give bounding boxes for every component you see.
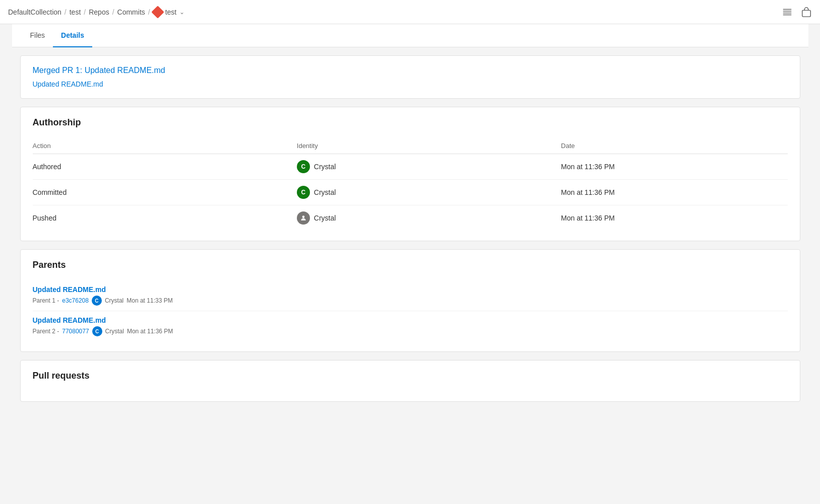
authorship-date: Mon at 11:36 PM xyxy=(561,154,787,180)
authorship-action: Committed xyxy=(33,180,297,205)
identity-name: Crystal xyxy=(314,163,336,171)
breadcrumb-commits[interactable]: Commits xyxy=(117,8,145,16)
parents-list: Updated README.mdParent 1 -e3c76208CCrys… xyxy=(33,280,788,341)
authorship-row: CommittedCCrystalMon at 11:36 PM xyxy=(33,180,788,205)
commit-title[interactable]: Merged PR 1: Updated README.md xyxy=(33,66,788,75)
parent-avatar: C xyxy=(92,326,102,336)
parent-date: Mon at 11:36 PM xyxy=(127,328,173,335)
parents-card: Parents Updated README.mdParent 1 -e3c76… xyxy=(20,249,800,352)
authorship-card: Authorship Action Identity Date Authored… xyxy=(20,107,800,241)
col-header-action: Action xyxy=(33,138,297,154)
authorship-row: PushedCrystalMon at 11:36 PM xyxy=(33,205,788,231)
parent-hash[interactable]: 77080077 xyxy=(62,328,89,335)
breadcrumb-collection[interactable]: DefaultCollection xyxy=(8,8,61,16)
parent-date: Mon at 11:33 PM xyxy=(127,297,172,304)
identity-avatar xyxy=(297,211,310,225)
pull-requests-card: Pull requests xyxy=(20,360,800,402)
parent-item: Updated README.mdParent 2 -77080077CCrys… xyxy=(33,311,788,341)
main-content: Files Details Merged PR 1: Updated READM… xyxy=(12,24,808,402)
top-bar-actions xyxy=(782,7,812,18)
authorship-identity: CCrystal xyxy=(297,154,561,180)
identity-name: Crystal xyxy=(314,188,336,196)
authorship-title: Authorship xyxy=(33,117,788,128)
identity-avatar: C xyxy=(297,186,310,199)
svg-point-5 xyxy=(302,215,304,218)
breadcrumb-sep1: / xyxy=(65,8,67,16)
repo-icon xyxy=(151,6,164,18)
list-icon[interactable] xyxy=(782,7,793,18)
breadcrumb-test1[interactable]: test xyxy=(70,8,81,16)
tab-bar: Files Details xyxy=(12,24,808,47)
pull-requests-title: Pull requests xyxy=(33,371,788,381)
top-bar: DefaultCollection / test / Repos / Commi… xyxy=(0,0,820,24)
parent-title[interactable]: Updated README.md xyxy=(33,316,788,324)
authorship-table: Action Identity Date AuthoredCCrystalMon… xyxy=(33,138,788,231)
authorship-identity: Crystal xyxy=(297,205,561,231)
identity-name: Crystal xyxy=(314,214,336,222)
tab-files[interactable]: Files xyxy=(22,24,53,47)
authorship-row: AuthoredCCrystalMon at 11:36 PM xyxy=(33,154,788,180)
breadcrumb-repo-name[interactable]: test xyxy=(165,8,177,16)
parent-title[interactable]: Updated README.md xyxy=(33,285,788,294)
commit-body[interactable]: Updated README.md xyxy=(33,80,788,88)
authorship-action: Authored xyxy=(33,154,297,180)
parent-item: Updated README.mdParent 1 -e3c76208CCrys… xyxy=(33,280,788,311)
breadcrumb: DefaultCollection / test / Repos / Commi… xyxy=(8,8,184,17)
parent-author-name: Crystal xyxy=(105,328,124,335)
col-header-identity: Identity xyxy=(297,138,561,154)
authorship-date: Mon at 11:36 PM xyxy=(561,205,787,231)
authorship-action: Pushed xyxy=(33,205,297,231)
parent-label: Parent 1 - xyxy=(33,297,59,304)
breadcrumb-sep3: / xyxy=(112,8,114,16)
authorship-identity: CCrystal xyxy=(297,180,561,205)
authorship-date: Mon at 11:36 PM xyxy=(561,180,787,205)
parent-meta: Parent 1 -e3c76208CCrystalMon at 11:33 P… xyxy=(33,296,788,306)
col-header-date: Date xyxy=(561,138,787,154)
breadcrumb-sep2: / xyxy=(84,8,86,16)
parent-author-name: Crystal xyxy=(105,297,123,304)
breadcrumb-active-repo: test ⌄ xyxy=(153,8,185,17)
parent-meta: Parent 2 -77080077CCrystalMon at 11:36 P… xyxy=(33,326,788,336)
bag-icon[interactable] xyxy=(801,7,812,18)
tab-details[interactable]: Details xyxy=(53,24,92,47)
parent-hash[interactable]: e3c76208 xyxy=(62,297,89,304)
chevron-down-icon[interactable]: ⌄ xyxy=(179,9,184,16)
parents-title: Parents xyxy=(33,260,788,270)
svg-rect-4 xyxy=(802,10,811,17)
breadcrumb-repos[interactable]: Repos xyxy=(89,8,109,16)
identity-avatar: C xyxy=(297,160,310,173)
parent-avatar: C xyxy=(92,296,102,306)
commit-message-card: Merged PR 1: Updated README.md Updated R… xyxy=(20,55,800,99)
parent-label: Parent 2 - xyxy=(33,328,59,335)
breadcrumb-sep4: / xyxy=(148,8,150,16)
